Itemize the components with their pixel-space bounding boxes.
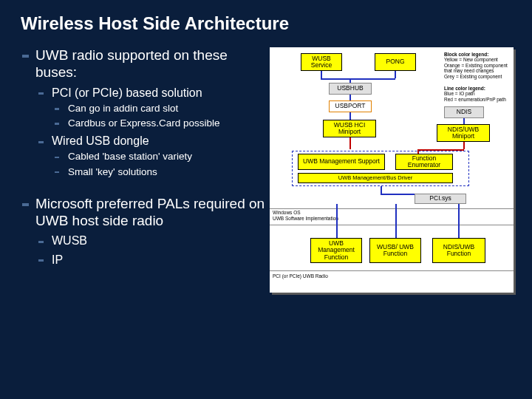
legend-line: Blue = IO path — [444, 91, 475, 96]
diagram-column: Block color legend: Yellow = New compone… — [270, 47, 514, 293]
block-pong: PONG — [375, 53, 416, 71]
block-usbhub: USBHUB — [329, 83, 372, 95]
block-wusb-uwb-function: WUSB/ UWB Function — [369, 238, 421, 263]
block-pci-sys: PCI.sys — [415, 194, 466, 204]
legend-line: Yellow = New component — [444, 57, 498, 62]
block-uwb-management-bus-driver: UWB Management/Bus Driver — [298, 173, 453, 183]
block-legend: Block color legend: Yellow = New compone… — [444, 52, 511, 79]
bullet-lvl3: Can go in addin card slot — [55, 103, 270, 115]
bullet-lvl3: Cardbus or Express.Card possible — [55, 117, 270, 129]
bullet-text: UWB radio supported on these buses: — [35, 47, 228, 80]
legend-line: Orange = Existing component that may nee… — [444, 63, 508, 73]
legend-title: Line color legend: — [444, 86, 485, 91]
label-windows-os: Windows OS — [273, 210, 301, 215]
block-ndis-uwb-miniport: NDIS/UWB Miniport — [437, 124, 490, 142]
bullet-lvl2: WUSB — [38, 233, 270, 248]
bullet-text: Wired USB dongle — [52, 134, 149, 147]
bullet-lvl1: Microsoft preferred PALs required on UWB… — [22, 196, 270, 267]
content-row: UWB radio supported on these buses: PCI … — [0, 34, 532, 293]
block-wusb-hci-miniport: WUSB HCI Miniport — [323, 120, 376, 137]
block-ndis: NDIS — [444, 106, 484, 118]
legend-line: Red = enumeration/PnP path — [444, 97, 506, 102]
label-uwb-software: UWB Software Implementation — [273, 216, 338, 221]
bullet-text: Microsoft preferred PALs required on UWB… — [35, 196, 265, 228]
legend-title: Block color legend: — [444, 52, 488, 57]
line-legend: Line color legend: Blue = IO path Red = … — [444, 86, 511, 102]
block-wusb-service: WUSB Service — [301, 53, 342, 71]
block-function-enumerator: Function Enumerator — [395, 154, 453, 170]
bullet-lvl2: PCI (or PCIe) based solution Can go in a… — [38, 86, 270, 130]
page-title: Wireless Host Side Architecture — [0, 0, 532, 34]
bullet-text: PCI (or PCIe) based solution — [52, 86, 202, 99]
block-ndis-uwb-function: NDIS/UWB Function — [432, 238, 485, 263]
bullet-column: UWB radio supported on these buses: PCI … — [22, 47, 270, 293]
bullet-lvl1: UWB radio supported on these buses: PCI … — [22, 47, 270, 178]
bullet-lvl2: Wired USB dongle Cabled 'base station' v… — [38, 134, 270, 178]
block-usbport: USBPORT — [329, 100, 372, 112]
label-uwb-radio: PCI (or PCIe) UWB Radio — [273, 273, 328, 279]
bullet-lvl3: Small 'key' solutions — [55, 166, 270, 178]
legend-line: Grey = Existing component — [444, 74, 502, 79]
architecture-diagram: Block color legend: Yellow = New compone… — [270, 47, 514, 293]
bullet-lvl3: Cabled 'base station' variety — [55, 151, 270, 163]
block-uwb-management-support: UWB Management Support — [298, 154, 385, 170]
block-uwb-management-function: UWB Management Function — [310, 238, 362, 263]
bullet-lvl2: IP — [38, 253, 270, 267]
